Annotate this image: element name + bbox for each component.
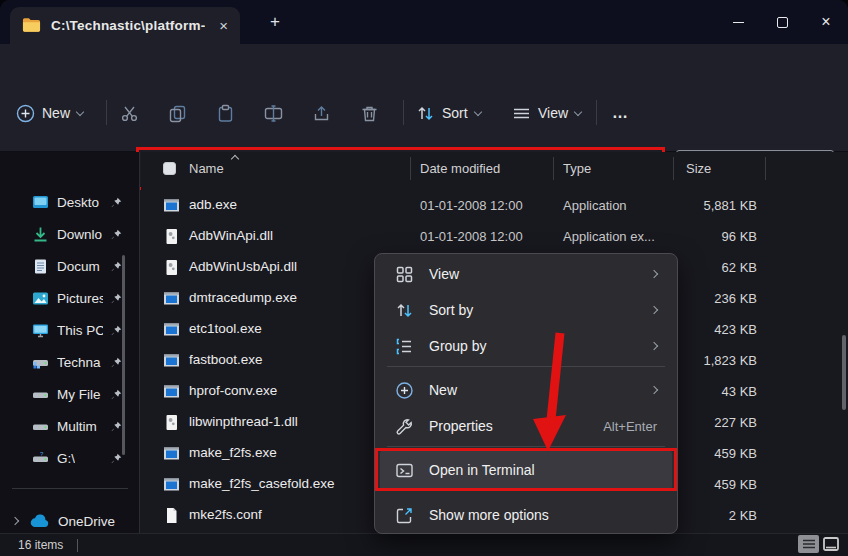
submenu-chevron-icon bbox=[650, 386, 658, 394]
sort-icon bbox=[416, 104, 435, 123]
sidebar-item-technastic[interactable]: Techna bbox=[0, 346, 140, 378]
rename-button[interactable] bbox=[264, 100, 283, 126]
sidebar-scrollbar[interactable] bbox=[122, 255, 125, 455]
sidebar-item-g-drive[interactable]: ? G:\ bbox=[0, 442, 140, 474]
file-row[interactable]: AdbWinApi.dll 01-01-2008 12:00 Applicati… bbox=[141, 221, 840, 252]
network-drive-icon bbox=[32, 354, 49, 371]
paste-button[interactable] bbox=[216, 100, 235, 126]
column-header-row: Name Date modified Type Size bbox=[141, 152, 848, 185]
rename-icon bbox=[264, 104, 283, 123]
dll-file-icon bbox=[163, 228, 180, 245]
show-more-icon bbox=[395, 506, 414, 525]
application-file-icon bbox=[163, 290, 180, 307]
sort-button[interactable]: Sort bbox=[416, 100, 481, 126]
sidebar-item-pictures[interactable]: Pictures bbox=[0, 282, 140, 314]
sort-ascending-icon bbox=[231, 155, 239, 163]
navigation-pane: Deskto Downlo Docum Pictures bbox=[0, 152, 140, 533]
sort-button-label: Sort bbox=[442, 105, 468, 121]
column-divider[interactable] bbox=[410, 157, 411, 180]
plus-circle-icon bbox=[16, 104, 35, 123]
desktop-icon bbox=[32, 194, 49, 211]
toolbar-divider bbox=[403, 100, 404, 125]
config-file-icon bbox=[163, 507, 180, 524]
share-icon bbox=[312, 104, 331, 123]
column-header-type[interactable]: Type bbox=[563, 161, 591, 176]
dll-file-icon bbox=[163, 259, 180, 276]
this-pc-icon bbox=[32, 322, 49, 339]
column-divider[interactable] bbox=[673, 157, 674, 180]
submenu-chevron-icon bbox=[650, 270, 658, 278]
new-button[interactable]: New bbox=[16, 100, 83, 126]
toolbar-divider bbox=[596, 100, 597, 125]
sidebar-item-documents[interactable]: Docum bbox=[0, 250, 140, 282]
explorer-tab[interactable]: C:\Technastic\platform- × bbox=[10, 7, 240, 44]
maximize-icon bbox=[777, 17, 788, 28]
maximize-button[interactable] bbox=[760, 0, 804, 44]
share-button[interactable] bbox=[312, 100, 331, 126]
drive-icon bbox=[32, 386, 49, 403]
application-file-icon bbox=[163, 321, 180, 338]
toolbar-divider bbox=[106, 100, 107, 125]
cut-button[interactable] bbox=[120, 100, 139, 126]
delete-button[interactable] bbox=[360, 100, 379, 126]
sidebar-item-desktop[interactable]: Deskto bbox=[0, 186, 140, 218]
chevron-down-icon bbox=[473, 107, 481, 115]
new-button-label: New bbox=[42, 105, 70, 121]
view-button-label: View bbox=[538, 105, 568, 121]
command-bar: New bbox=[0, 44, 848, 152]
copy-button[interactable] bbox=[168, 100, 187, 126]
column-header-name[interactable]: Name bbox=[189, 161, 224, 176]
submenu-chevron-icon bbox=[650, 342, 658, 350]
pin-icon bbox=[111, 453, 122, 464]
pin-icon bbox=[111, 389, 122, 400]
see-more-button[interactable]: … bbox=[612, 100, 629, 126]
application-file-icon bbox=[163, 383, 180, 400]
menu-item-view[interactable]: View bbox=[380, 256, 672, 292]
sidebar-divider bbox=[12, 488, 128, 489]
sidebar-item-this-pc[interactable]: This PC bbox=[0, 314, 140, 346]
application-file-icon bbox=[163, 476, 180, 493]
onedrive-cloud-icon bbox=[30, 514, 50, 528]
new-tab-button[interactable]: + bbox=[262, 9, 288, 35]
select-all-checkbox[interactable] bbox=[163, 162, 176, 175]
close-icon: × bbox=[821, 14, 830, 30]
large-icons-view-button[interactable] bbox=[820, 535, 841, 553]
svg-text:?: ? bbox=[40, 451, 44, 457]
file-row[interactable]: adb.exe 01-01-2008 12:00 Application 5,8… bbox=[141, 190, 840, 221]
drive-icon: ? bbox=[32, 450, 49, 467]
paste-icon bbox=[216, 104, 235, 123]
application-file-icon bbox=[163, 352, 180, 369]
expand-chevron-icon[interactable] bbox=[11, 517, 19, 525]
view-lines-icon bbox=[512, 104, 531, 123]
tab-close-icon[interactable]: × bbox=[219, 18, 228, 33]
pin-icon bbox=[111, 293, 122, 304]
column-divider[interactable] bbox=[553, 157, 554, 180]
menu-item-show-more-options[interactable]: Show more options bbox=[380, 498, 672, 532]
column-header-date[interactable]: Date modified bbox=[420, 161, 500, 176]
menu-item-new[interactable]: New bbox=[380, 372, 672, 408]
column-divider[interactable] bbox=[765, 157, 766, 180]
group-list-icon bbox=[395, 337, 414, 356]
close-button[interactable]: × bbox=[804, 0, 848, 44]
menu-item-group-by[interactable]: Group by bbox=[380, 328, 672, 364]
menu-item-open-in-terminal[interactable]: Open in Terminal bbox=[380, 450, 672, 490]
download-icon bbox=[32, 226, 49, 243]
menu-item-properties[interactable]: Properties Alt+Enter bbox=[380, 408, 672, 444]
application-file-icon bbox=[163, 197, 180, 214]
file-explorer-window: C:\Technastic\platform- × + × New bbox=[0, 0, 848, 556]
column-header-size[interactable]: Size bbox=[686, 161, 711, 176]
sidebar-item-downloads[interactable]: Downlo bbox=[0, 218, 140, 250]
plus-circle-icon bbox=[395, 381, 414, 400]
menu-divider bbox=[387, 366, 665, 367]
details-view-button[interactable] bbox=[798, 535, 819, 553]
sidebar-item-multimedia[interactable]: Multim bbox=[0, 410, 140, 442]
terminal-icon bbox=[395, 461, 414, 480]
minimize-button[interactable] bbox=[716, 0, 760, 44]
sidebar-item-my-files[interactable]: My File bbox=[0, 378, 140, 410]
pin-icon bbox=[111, 357, 122, 368]
file-list-scrollbar[interactable] bbox=[842, 335, 846, 410]
menu-item-sort-by[interactable]: Sort by bbox=[380, 292, 672, 328]
drive-icon bbox=[32, 418, 49, 435]
pin-icon bbox=[111, 261, 122, 272]
view-button[interactable]: View bbox=[512, 100, 581, 126]
